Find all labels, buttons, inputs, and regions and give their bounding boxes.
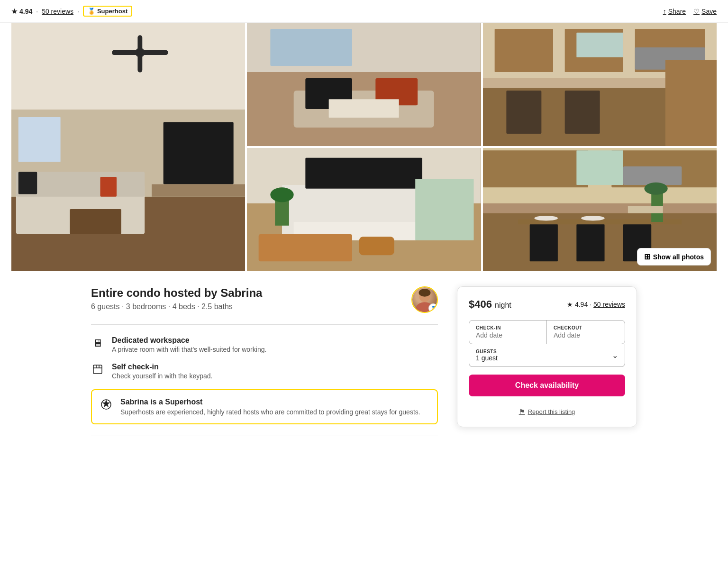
check-availability-button[interactable]: Check availability [469,375,625,396]
svg-rect-41 [259,234,352,261]
svg-rect-33 [506,91,541,134]
svg-point-59 [581,216,604,220]
share-button[interactable]: ↑ Share [663,8,686,15]
photo-main-image [11,23,245,271]
photo-top-middle[interactable] [247,23,481,146]
workspace-icon: 🖥 [91,337,104,349]
photo-top-right[interactable] [483,23,717,146]
rating-value: 4.94 [19,8,32,15]
price-value: $406 [469,298,492,310]
photo-main[interactable] [11,23,245,271]
save-button[interactable]: ♡ Save [693,8,717,15]
photo-3-image [483,23,717,146]
svg-rect-26 [494,29,553,72]
show-all-photos-button[interactable]: ⊞ Show all photos [637,248,711,266]
amenity-workspace: 🖥 Dedicated workspace A private room wit… [91,336,438,353]
amenities-section: 🖥 Dedicated workspace A private room wit… [91,325,438,436]
svg-rect-9 [18,172,37,194]
superhost-badge-large-icon [100,399,113,413]
amenity-workspace-content: Dedicated workspace A private room with … [112,336,266,353]
svg-rect-62 [628,206,663,213]
amenity-checkin-desc: Check yourself in with the keypad. [112,372,212,380]
svg-rect-4 [137,35,142,73]
dot-separator-2: · [77,8,79,15]
svg-rect-32 [665,60,717,146]
svg-rect-1 [11,23,245,110]
price-unit-label: night [495,301,511,309]
listing-header: Entire condo hosted by Sabrina 6 guests … [91,286,438,325]
heart-icon: ♡ [693,8,700,15]
svg-rect-55 [529,224,557,261]
svg-rect-52 [623,166,682,185]
svg-rect-43 [416,179,474,240]
left-column: Entire condo hosted by Sabrina 6 guests … [91,286,438,436]
checkin-icon [91,364,104,378]
checkout-label: CHECKOUT [554,325,618,330]
superhost-highlight: Sabrina is a Superhost Superhosts are ex… [91,389,438,424]
report-listing-link[interactable]: ⚑ Report this listing [469,408,625,415]
guests-left: GUESTS 1 guest [476,349,498,362]
booking-star-icon: ★ [567,301,573,308]
superhost-highlight-title: Sabrina is a Superhost [120,398,420,406]
svg-rect-11 [70,209,121,234]
checkout-value: Add date [554,331,618,339]
chevron-down-icon: ⌄ [612,351,618,360]
amenity-checkin: Self check-in Check yourself in with the… [91,363,438,380]
listing-subtitle: 6 guests · 3 bedrooms · 4 beds · 2.5 bat… [91,302,262,311]
booking-dot: · [590,301,592,308]
amenity-checkin-title: Self check-in [112,363,212,371]
listing-title: Entire condo hosted by Sabrina [91,286,262,300]
superhost-label: Superhost [97,8,127,15]
share-icon: ↑ [663,8,666,15]
photo-bottom-right[interactable]: ⊞ Show all photos [483,148,717,271]
booking-reviews: ★ 4.94 · 50 reviews [567,301,625,308]
svg-rect-49 [483,150,588,187]
guests-label: GUESTS [476,349,498,354]
amenity-workspace-title: Dedicated workspace [112,336,266,345]
star-rating: ★ 4.94 [11,8,32,15]
guests-value: 1 guest [476,354,498,362]
svg-rect-13 [152,184,245,197]
svg-point-64 [419,289,431,297]
svg-rect-21 [329,99,399,118]
checkout-cell[interactable]: CHECKOUT Add date [547,321,625,344]
svg-rect-51 [576,150,623,185]
svg-rect-53 [483,203,717,213]
superhost-icon: 🏅 [88,8,95,15]
photo-grid: ⊞ Show all photos [0,23,728,271]
checkin-value: Add date [476,331,540,339]
reviews-link[interactable]: 50 reviews [42,8,73,15]
superhost-highlight-desc: Superhosts are experienced, highly rated… [120,408,420,416]
price-display: $406 night [469,298,511,311]
guests-row[interactable]: GUESTS 1 guest ⌄ [469,344,625,367]
checkin-cell[interactable]: CHECK-IN Add date [469,321,547,344]
photo-bottom-middle[interactable] [247,148,481,271]
host-avatar[interactable]: 🏅 [411,286,438,313]
amenity-checkin-content: Self check-in Check yourself in with the… [112,363,212,380]
superhost-badge[interactable]: 🏅 Superhost [83,6,132,17]
star-icon: ★ [11,8,18,15]
svg-rect-56 [576,224,604,261]
svg-rect-22 [271,29,353,66]
superhost-highlight-content: Sabrina is a Superhost Superhosts are ex… [120,398,420,416]
checkin-label: CHECK-IN [476,325,540,330]
svg-rect-34 [564,91,600,134]
top-bar-right: ↑ Share ♡ Save [663,8,717,15]
dot-separator: · [36,8,38,15]
date-grid: CHECK-IN Add date CHECKOUT Add date [469,320,625,344]
svg-rect-10 [100,177,117,197]
svg-point-45 [271,187,294,202]
booking-reviews-link[interactable]: 50 reviews [593,301,625,308]
svg-rect-66 [93,365,102,374]
svg-rect-12 [164,122,234,184]
svg-point-61 [644,183,667,195]
svg-rect-29 [576,33,623,57]
flag-icon: ⚑ [519,408,525,415]
booking-card: $406 night ★ 4.94 · 50 reviews CHECK-IN … [457,286,637,427]
svg-rect-14 [18,117,61,162]
superhost-small-badge: 🏅 [428,303,438,313]
amenity-workspace-desc: A private room with wifi that's well-sui… [112,346,266,353]
listing-info: Entire condo hosted by Sabrina 6 guests … [91,286,262,311]
booking-price-row: $406 night ★ 4.94 · 50 reviews [469,298,625,311]
svg-point-58 [534,216,557,220]
